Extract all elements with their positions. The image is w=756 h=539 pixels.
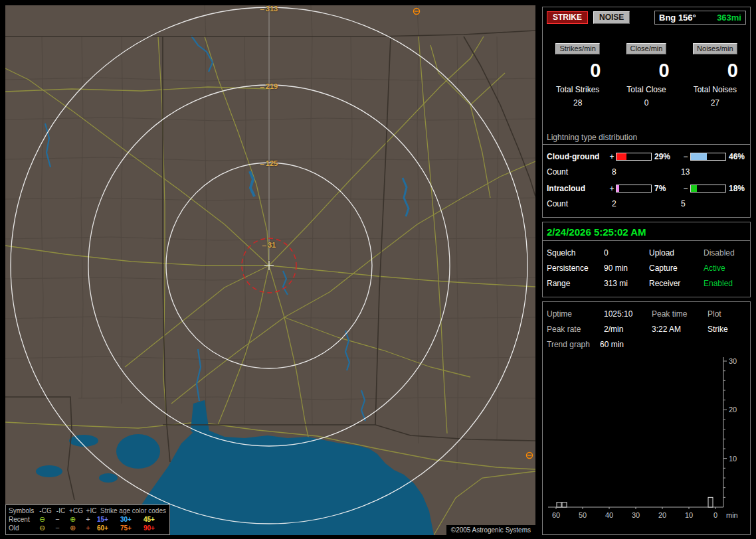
legend-old-ages: 60+75+90+ <box>97 524 167 532</box>
trend-panel: Uptime 1025:10 Peak time Plot Peak rate … <box>542 301 751 535</box>
close-column: Close/min 0 Total Close 0 <box>615 42 677 108</box>
svg-text:30: 30 <box>729 357 737 365</box>
cg-count-label: Count <box>547 167 612 177</box>
minus-sign: − <box>681 184 690 193</box>
pos-cg-old-icon: ⊕ <box>65 524 80 532</box>
range-value: 313 mi <box>604 279 649 288</box>
neg-cg-old-icon: ⊖ <box>35 524 50 532</box>
age-code: 15+ <box>97 516 120 523</box>
intracloud-count-row: Count 2 5 <box>547 199 746 208</box>
nexstorm-window: 313 219 125 31 Symbols -CG -IC +CG +IC S… <box>0 0 756 539</box>
intracloud-label: Intracloud <box>547 184 608 193</box>
svg-text:60: 60 <box>552 511 560 519</box>
copyright-text: ©2005 Astrogenic Systems <box>446 525 535 535</box>
ic-positive-pct: 7% <box>652 184 681 193</box>
neg-ic-old-icon: − <box>50 524 65 532</box>
close-per-min-value: 0 <box>615 60 677 81</box>
noises-per-min-button[interactable]: Noises/min <box>693 43 737 54</box>
svg-text:50: 50 <box>579 511 587 519</box>
bearing-display: Bng 156° 363mi <box>654 11 746 25</box>
legend-symbols-header: Symbols <box>9 507 38 514</box>
age-code: 30+ <box>120 516 143 523</box>
legend-neg-ic-header: -IC <box>53 507 68 514</box>
capture-value: Active <box>704 264 746 273</box>
legend-age-title: Strike age color codes <box>100 507 166 514</box>
legend-neg-cg-header: -CG <box>38 507 53 514</box>
svg-text:20: 20 <box>658 511 666 519</box>
plot-value: Strike <box>708 325 746 334</box>
bearing-range-value: 363mi <box>717 13 741 23</box>
trend-window-value: 60 min <box>600 340 624 349</box>
legend-old-symbols: ⊖−⊕+ <box>35 524 96 532</box>
map-legend: Symbols -CG -IC +CG +IC Strike age color… <box>5 504 170 535</box>
trend-graph: 1020306050403020100min <box>547 354 746 528</box>
stats-grid: Uptime 1025:10 Peak time Plot Peak rate … <box>547 309 746 334</box>
svg-text:0: 0 <box>713 511 717 519</box>
noise-indicator-button[interactable]: NOISE <box>593 11 630 24</box>
total-strikes-value: 28 <box>547 98 609 108</box>
ic-negative-pct: 18% <box>726 184 751 193</box>
strikes-per-min-button[interactable]: Strikes/min <box>555 43 599 54</box>
age-code: 45+ <box>143 516 167 523</box>
pos-cg-recent-icon: ⊕ <box>65 516 80 523</box>
plot-label: Plot <box>708 309 746 319</box>
cloud-ground-row: Cloud-ground + 29% − 46% <box>547 152 746 161</box>
cg-negative-count: 13 <box>681 167 746 177</box>
cloud-ground-label: Cloud-ground <box>547 152 608 161</box>
ring-label-219: 219 <box>260 82 278 90</box>
upload-value: Disabled <box>704 248 746 258</box>
cg-negative-bar <box>690 153 726 161</box>
squelch-value: 0 <box>604 248 649 258</box>
upload-label: Upload <box>649 248 704 258</box>
noises-per-min-value: 0 <box>684 60 746 81</box>
legend-recent-symbols: ⊖−⊕+ <box>35 516 96 523</box>
bearing-value: Bng 156° <box>659 13 696 23</box>
peak-time-label: Peak time <box>652 309 708 319</box>
plus-sign: + <box>608 152 616 161</box>
persistence-value: 90 min <box>604 264 649 273</box>
lightning-map[interactable]: 313 219 125 31 Symbols -CG -IC +CG +IC S… <box>5 5 535 535</box>
uptime-label: Uptime <box>547 309 604 319</box>
minus-sign: − <box>681 152 690 161</box>
pos-ic-recent-icon: + <box>80 516 96 523</box>
intracloud-row: Intracloud + 7% − 18% <box>547 184 746 193</box>
receiver-value: Enabled <box>704 279 746 288</box>
cg-negative-pct: 46% <box>726 152 751 161</box>
squelch-label: Squelch <box>547 248 604 258</box>
cg-positive-bar <box>616 153 652 161</box>
svg-text:10: 10 <box>685 511 693 519</box>
strike-indicator-button[interactable]: STRIKE <box>547 11 588 24</box>
neg-ic-recent-icon: − <box>50 516 65 523</box>
peak-rate-value: 2/min <box>604 325 652 334</box>
ic-negative-bar <box>690 185 726 193</box>
svg-text:20: 20 <box>729 406 737 414</box>
cg-positive-pct: 29% <box>652 152 681 161</box>
ic-count-label: Count <box>547 199 612 208</box>
total-strikes-label: Total Strikes <box>547 85 609 94</box>
total-close-label: Total Close <box>615 85 677 94</box>
side-panel: STRIKE NOISE Bng 156° 363mi Strikes/min … <box>542 5 751 535</box>
cg-positive-count: 8 <box>612 167 681 177</box>
receiver-label: Receiver <box>649 279 704 288</box>
legend-recent-ages: 15+30+45+ <box>97 516 167 523</box>
persistence-label: Persistence <box>547 264 604 273</box>
range-label: Range <box>547 279 604 288</box>
legend-old-label: Old <box>9 524 35 532</box>
pos-ic-old-icon: + <box>80 524 96 532</box>
total-noises-value: 27 <box>684 98 746 108</box>
noises-column: Noises/min 0 Total Noises 27 <box>684 42 746 108</box>
capture-label: Capture <box>649 264 704 273</box>
legend-pos-ic-header: +IC <box>84 507 99 514</box>
close-per-min-button[interactable]: Close/min <box>626 43 667 54</box>
status-panel: 2/24/2026 5:25:02 AM Squelch 0 Upload Di… <box>542 222 751 297</box>
peak-time-value: 3:22 AM <box>652 325 708 334</box>
svg-text:10: 10 <box>729 455 737 463</box>
peak-rate-label: Peak rate <box>547 325 604 334</box>
total-noises-label: Total Noises <box>684 85 746 94</box>
svg-text:min: min <box>726 511 738 519</box>
legend-recent-label: Recent <box>9 516 35 523</box>
trend-graph-label: Trend graph <box>547 340 600 349</box>
age-code: 75+ <box>120 524 143 532</box>
rate-counters: Strikes/min 0 Total Strikes 28 Close/min… <box>547 42 746 108</box>
plus-sign: + <box>608 184 616 193</box>
